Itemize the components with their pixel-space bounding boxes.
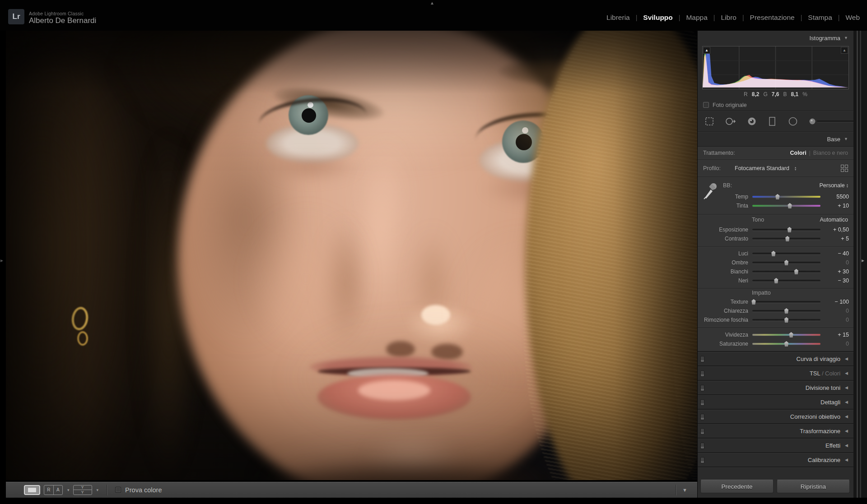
slider-track[interactable] — [752, 227, 820, 233]
slider-knob[interactable] — [784, 341, 789, 347]
panel-header-trasformazione[interactable]: Trasformazione◀ — [698, 423, 853, 438]
app-name: Adobe Lightroom Classic — [29, 11, 96, 16]
radial-filter-tool-icon[interactable] — [787, 116, 799, 127]
slider-track[interactable] — [752, 268, 820, 275]
panel-header-dettagli[interactable]: Dettagli◀ — [698, 394, 853, 409]
stepper-icon[interactable]: ▴▾ — [795, 166, 796, 171]
panel-scrollbar[interactable] — [853, 31, 867, 499]
slider-knob[interactable] — [751, 299, 756, 305]
photo-canvas[interactable] — [6, 31, 697, 480]
panel-toggle-switch[interactable] — [700, 428, 704, 435]
module-tab-libreria[interactable]: Libreria — [606, 14, 630, 22]
graduated-filter-tool-icon[interactable] — [767, 116, 777, 127]
slider-vividezza: Vividezza+ 15 — [698, 330, 853, 339]
module-tab-libro[interactable]: Libro — [721, 14, 736, 22]
profile-value[interactable]: Fotocamera Standard — [735, 165, 789, 171]
slider-luci: Luci− 40 — [698, 249, 853, 258]
module-tab-presentazione[interactable]: Presentazione — [750, 14, 795, 22]
module-tab-mappa[interactable]: Mappa — [686, 14, 707, 22]
slider-track[interactable] — [752, 317, 820, 323]
loupe-view-icon[interactable] — [24, 485, 40, 495]
module-tab-stampa[interactable]: Stampa — [808, 14, 832, 22]
previous-button[interactable]: Precedente — [700, 480, 774, 493]
slider-track[interactable] — [752, 194, 820, 200]
chevron-down-icon[interactable]: ▾ — [97, 488, 99, 492]
slider-track[interactable] — [752, 277, 820, 284]
slider-knob[interactable] — [775, 194, 780, 199]
slider-knob[interactable] — [784, 260, 789, 265]
panel-header-curva-di-viraggio[interactable]: Curva di viraggio◀ — [698, 351, 853, 365]
slider-track[interactable] — [752, 236, 820, 242]
highlight-clipping-indicator[interactable]: ▲ — [841, 47, 848, 54]
slider-knob[interactable] — [785, 236, 790, 241]
panel-toggle-switch[interactable] — [700, 385, 704, 391]
slider-knob[interactable] — [774, 278, 779, 283]
spot-removal-tool-icon[interactable] — [725, 116, 736, 127]
panel-title: Correzioni obiettivo — [790, 413, 840, 420]
left-panel-show-icon[interactable]: ▸ — [0, 257, 3, 264]
panel-toggle-switch[interactable] — [700, 356, 704, 362]
slider-label: Tinta — [699, 203, 748, 209]
panel-header-calibrazione[interactable]: Calibrazione◀ — [698, 452, 853, 467]
top-panel-collapse-icon[interactable]: ▲ — [430, 0, 434, 5]
identity-plate: Adobe Lightroom Classic Alberto De Berna… — [29, 11, 96, 25]
treatment-color-option[interactable]: Colori — [790, 150, 806, 156]
white-balance-eyedropper-icon[interactable] — [701, 180, 719, 202]
slider-knob[interactable] — [787, 203, 792, 208]
survey-view-icon[interactable]: Y Y — [73, 485, 92, 495]
slider-knob[interactable] — [787, 227, 792, 232]
slider-value: 0 — [825, 317, 849, 323]
slider-value: + 10 — [825, 203, 849, 209]
soft-proof-checkbox[interactable] — [115, 487, 121, 493]
slider-knob[interactable] — [784, 308, 789, 314]
toolbar-options-dropdown-icon[interactable]: ▼ — [682, 487, 687, 493]
treatment-row: Trattamento: Colori | Bianco e nero — [698, 147, 853, 159]
panel-toggle-switch[interactable] — [700, 457, 704, 463]
treatment-bw-option[interactable]: Bianco e nero — [813, 150, 848, 156]
slider-track[interactable] — [752, 250, 820, 257]
collapse-left-icon: ◀ — [845, 429, 848, 433]
reset-button[interactable]: Ripristina — [777, 480, 850, 493]
right-panel-collapse-icon[interactable]: ▸ — [862, 257, 864, 264]
module-tab-sviluppo[interactable]: Sviluppo — [643, 14, 672, 22]
panel-header-effetti[interactable]: Effetti◀ — [698, 438, 853, 452]
slider-label: Rimozione foschia — [699, 317, 748, 323]
slider-knob[interactable] — [788, 332, 794, 338]
original-photo-checkbox[interactable] — [703, 102, 709, 108]
histogram[interactable]: ▲ ▲ — [702, 46, 849, 89]
tone-block: Tono Automatico Esposizione+ 0,50Contras… — [698, 214, 853, 246]
slider-track[interactable] — [752, 308, 820, 314]
slider-track[interactable] — [752, 341, 820, 347]
panel-toggle-switch[interactable] — [700, 443, 704, 449]
readout-channel-value: 7,6 — [772, 91, 779, 97]
slider-label: Luci — [699, 250, 748, 257]
compare-view-icon[interactable]: R A — [44, 485, 63, 495]
stepper-icon[interactable]: ▴▾ — [847, 183, 848, 188]
panel-header-correzioni-obiettivo[interactable]: Correzioni obiettivo◀ — [698, 409, 853, 423]
profile-browser-grid-icon[interactable] — [841, 165, 848, 172]
panel-toggle-switch[interactable] — [700, 414, 704, 420]
panel-header-divisione-toni[interactable]: Divisione toni◀ — [698, 380, 853, 394]
shadow-clipping-indicator[interactable]: ▲ — [703, 47, 710, 54]
slider-track[interactable] — [752, 332, 820, 338]
histogram-panel-header[interactable]: Istogramma ▼ — [698, 31, 853, 45]
slider-knob[interactable] — [784, 317, 789, 323]
panel-header-tsl[interactable]: TSL / Colori◀ — [698, 365, 853, 380]
slider-saturazione: Saturazione0 — [698, 339, 853, 348]
slider-knob[interactable] — [793, 269, 799, 274]
auto-tone-button[interactable]: Automatico — [820, 217, 848, 223]
histogram-chart[interactable] — [703, 46, 848, 89]
base-panel-header[interactable]: Base ▼ — [698, 132, 853, 146]
wb-preset-value[interactable]: Personale ▴▾ — [819, 182, 848, 189]
red-eye-tool-icon[interactable] — [746, 116, 757, 127]
slider-neri: Neri− 30 — [698, 276, 853, 285]
crop-tool-icon[interactable] — [704, 116, 715, 127]
panel-toggle-switch[interactable] — [700, 399, 704, 406]
slider-knob[interactable] — [771, 251, 776, 256]
chevron-down-icon[interactable]: ▾ — [67, 488, 70, 492]
panel-toggle-switch[interactable] — [700, 370, 704, 377]
slider-track[interactable] — [752, 203, 820, 209]
module-tab-web[interactable]: Web — [845, 14, 860, 22]
slider-track[interactable] — [752, 259, 820, 266]
slider-track[interactable] — [752, 299, 820, 305]
